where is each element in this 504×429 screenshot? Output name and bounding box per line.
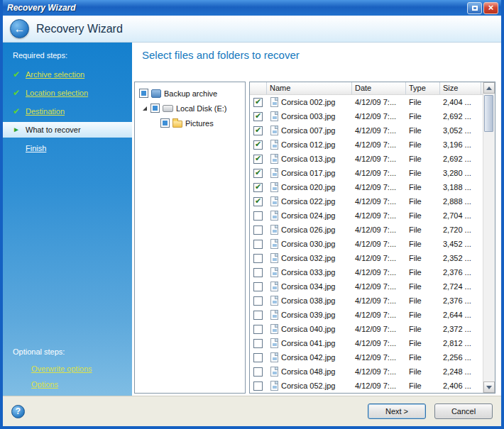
scroll-down-button[interactable] bbox=[483, 381, 495, 393]
scrollbar-thumb[interactable] bbox=[484, 95, 493, 132]
sidebar-step-destination[interactable]: ✔Destination bbox=[3, 102, 132, 121]
back-button[interactable]: ← bbox=[10, 19, 29, 38]
file-size-cell: 2,256 ... bbox=[440, 353, 481, 362]
file-checkbox[interactable] bbox=[253, 254, 263, 263]
column-header-size[interactable]: Size bbox=[440, 82, 481, 94]
footer-bar: ? Next > Cancel bbox=[3, 396, 501, 426]
tree-checkbox[interactable] bbox=[139, 89, 148, 98]
file-row[interactable]: Corsica 026.jpg4/12/09 7:...File2,720 ..… bbox=[250, 223, 483, 237]
file-date-cell: 4/12/09 7:... bbox=[352, 112, 406, 121]
step-label: What to recover bbox=[26, 126, 81, 134]
file-row[interactable]: Corsica 007.jpg4/12/09 7:...File3,052 ..… bbox=[250, 123, 483, 138]
file-checkbox[interactable] bbox=[253, 367, 263, 377]
file-row[interactable]: Corsica 002.jpg4/12/09 7:...File2,404 ..… bbox=[250, 95, 483, 109]
file-checkbox[interactable] bbox=[253, 126, 263, 135]
file-row[interactable]: Corsica 048.jpg4/12/09 7:...File2,248 ..… bbox=[250, 364, 483, 379]
row-checkbox-cell bbox=[250, 98, 267, 107]
file-row[interactable]: Corsica 041.jpg4/12/09 7:...File2,812 ..… bbox=[250, 336, 483, 350]
maximize-button[interactable] bbox=[467, 2, 482, 14]
vertical-scrollbar[interactable] bbox=[483, 82, 495, 393]
scrollbar-track[interactable] bbox=[483, 94, 495, 381]
file-row[interactable]: Corsica 032.jpg4/12/09 7:...File2,352 ..… bbox=[250, 251, 483, 265]
file-checkbox[interactable] bbox=[253, 325, 263, 334]
file-checkbox[interactable] bbox=[253, 197, 263, 206]
file-checkbox[interactable] bbox=[253, 311, 263, 320]
file-row[interactable]: Corsica 024.jpg4/12/09 7:...File2,704 ..… bbox=[250, 208, 483, 223]
file-checkbox[interactable] bbox=[253, 296, 263, 306]
file-checkbox[interactable] bbox=[253, 155, 263, 164]
sidebar-step-finish[interactable]: Finish bbox=[3, 139, 132, 157]
file-checkbox[interactable] bbox=[253, 140, 263, 150]
file-name: Corsica 041.jpg bbox=[281, 339, 335, 347]
column-header-type[interactable]: Type bbox=[406, 82, 440, 94]
help-button[interactable]: ? bbox=[11, 405, 25, 418]
main-panel: Select files and folders to recover Back… bbox=[132, 43, 501, 396]
sidebar-step-location-selection[interactable]: ✔Location selection bbox=[3, 84, 132, 102]
column-header-name[interactable]: Name bbox=[267, 82, 352, 94]
check-icon: ✔ bbox=[13, 70, 26, 79]
file-row[interactable]: Corsica 042.jpg4/12/09 7:...File2,256 ..… bbox=[250, 350, 483, 364]
file-size-cell: 2,720 ... bbox=[440, 225, 481, 234]
file-checkbox[interactable] bbox=[253, 339, 263, 348]
sidebar-step-what-to-recover[interactable]: ►What to recover bbox=[3, 122, 132, 138]
file-type-cell: File bbox=[406, 169, 440, 177]
file-checkbox[interactable] bbox=[253, 282, 263, 291]
file-checkbox[interactable] bbox=[253, 169, 263, 178]
file-checkbox[interactable] bbox=[253, 381, 263, 391]
file-checkbox[interactable] bbox=[253, 268, 263, 277]
tree-checkbox[interactable] bbox=[150, 104, 160, 113]
file-date-cell: 4/12/09 7:... bbox=[352, 126, 406, 135]
required-steps-label: Required steps: bbox=[3, 43, 132, 65]
tree-item-backup-archive[interactable]: Backup archive bbox=[135, 86, 245, 101]
file-icon bbox=[270, 367, 278, 377]
sidebar-link-overwrite-options[interactable]: Overwrite options bbox=[31, 364, 92, 373]
sidebar-step-archive-selection[interactable]: ✔Archive selection bbox=[3, 65, 132, 84]
file-size-cell: 2,372 ... bbox=[440, 325, 481, 333]
file-checkbox[interactable] bbox=[253, 211, 263, 221]
next-button[interactable]: Next > bbox=[368, 403, 426, 419]
file-row[interactable]: Corsica 033.jpg4/12/09 7:...File2,376 ..… bbox=[250, 265, 483, 279]
column-header-date[interactable]: Date bbox=[352, 82, 406, 94]
file-row[interactable]: Corsica 022.jpg4/12/09 7:...File2,888 ..… bbox=[250, 194, 483, 208]
expander-icon[interactable] bbox=[143, 106, 147, 111]
file-row[interactable]: Corsica 038.jpg4/12/09 7:...File2,376 ..… bbox=[250, 294, 483, 308]
file-row[interactable]: Corsica 003.jpg4/12/09 7:...File2,692 ..… bbox=[250, 109, 483, 123]
file-row[interactable]: Corsica 030.jpg4/12/09 7:...File3,452 ..… bbox=[250, 237, 483, 251]
file-checkbox[interactable] bbox=[253, 183, 263, 192]
file-checkbox[interactable] bbox=[253, 240, 263, 249]
section-heading: Select files and folders to recover bbox=[142, 49, 300, 61]
file-checkbox[interactable] bbox=[253, 98, 263, 107]
tree-item-pictures[interactable]: Pictures bbox=[135, 116, 245, 130]
close-button[interactable]: × bbox=[483, 2, 498, 14]
file-checkbox[interactable] bbox=[253, 353, 263, 362]
file-name: Corsica 038.jpg bbox=[281, 296, 335, 305]
sidebar-link-options[interactable]: Options bbox=[31, 380, 92, 389]
column-header-checkbox[interactable] bbox=[250, 82, 267, 94]
window-controls: × bbox=[467, 2, 498, 14]
file-row[interactable]: Corsica 034.jpg4/12/09 7:...File2,724 ..… bbox=[250, 279, 483, 294]
file-name-cell: Corsica 041.jpg bbox=[267, 338, 352, 348]
file-type-cell: File bbox=[406, 296, 440, 305]
row-checkbox-cell bbox=[250, 381, 267, 391]
row-checkbox-cell bbox=[250, 155, 267, 164]
tree-item-local-disk-e[interactable]: Local Disk (E:) bbox=[135, 101, 245, 116]
cancel-button[interactable]: Cancel bbox=[434, 403, 493, 419]
current-step-arrow-icon: ► bbox=[13, 126, 26, 133]
file-size-cell: 3,188 ... bbox=[440, 183, 481, 191]
file-row[interactable]: Corsica 020.jpg4/12/09 7:...File3,188 ..… bbox=[250, 180, 483, 194]
file-checkbox[interactable] bbox=[253, 225, 263, 235]
file-row[interactable]: Corsica 039.jpg4/12/09 7:...File2,644 ..… bbox=[250, 308, 483, 322]
file-row[interactable]: Corsica 017.jpg4/12/09 7:...File3,280 ..… bbox=[250, 166, 483, 180]
file-row[interactable]: Corsica 040.jpg4/12/09 7:...File2,372 ..… bbox=[250, 322, 483, 336]
file-row[interactable]: Corsica 012.jpg4/12/09 7:...File3,196 ..… bbox=[250, 138, 483, 152]
file-row[interactable]: Corsica 052.jpg4/12/09 7:...File2,406 ..… bbox=[250, 379, 483, 393]
file-name-cell: Corsica 048.jpg bbox=[267, 367, 352, 377]
tree-checkbox[interactable] bbox=[160, 118, 170, 128]
step-label: Finish bbox=[26, 144, 46, 152]
optional-steps-section: Optional steps: Overwrite optionsOptions bbox=[13, 347, 92, 389]
file-size-cell: 2,404 ... bbox=[440, 98, 481, 106]
file-date-cell: 4/12/09 7:... bbox=[352, 155, 406, 163]
scroll-up-button[interactable] bbox=[483, 82, 495, 94]
file-row[interactable]: Corsica 013.jpg4/12/09 7:...File2,692 ..… bbox=[250, 152, 483, 166]
file-checkbox[interactable] bbox=[253, 112, 263, 121]
